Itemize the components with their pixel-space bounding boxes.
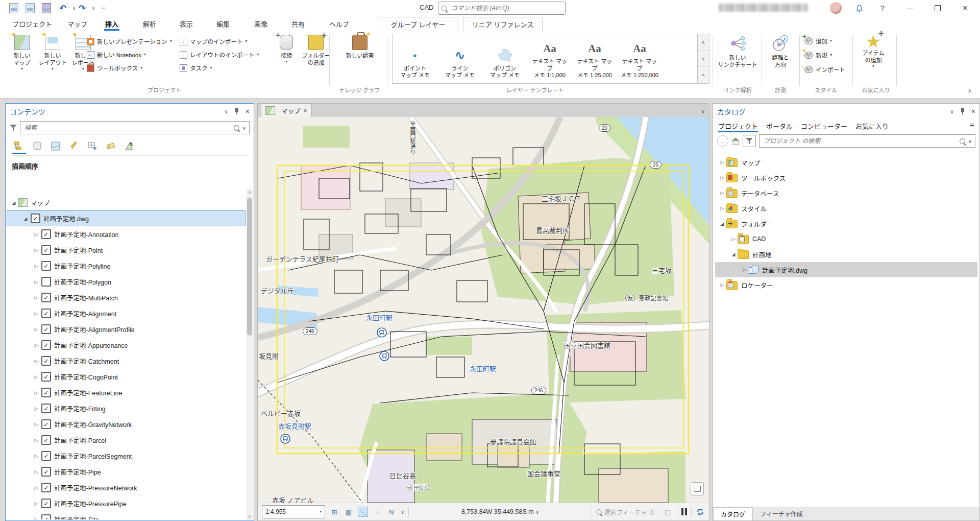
ribbon-small-button[interactable]: マップのインポート ▾ (180, 37, 259, 46)
expander-icon[interactable]: ▷ (32, 327, 40, 332)
distance-direction-button[interactable]: 距離と方向 (765, 33, 796, 84)
catalog-tree-row[interactable]: ▷ ロケーター (715, 277, 977, 293)
layer-visibility-checkbox[interactable]: ✓ (41, 483, 51, 492)
expander-icon[interactable]: ◢ (10, 200, 18, 205)
ribbon-collapse-icon[interactable]: ∧ (968, 88, 971, 93)
catalog-tree-row[interactable]: ▷ データベース (715, 185, 977, 201)
catalog-search-box[interactable]: ∨ (759, 134, 975, 148)
add-item-to-favorites-button[interactable]: ★ アイテムの追加 ▾ (856, 33, 890, 84)
layer-visibility-checkbox[interactable]: ✓ (41, 229, 51, 239)
expander-icon[interactable]: ▷ (32, 406, 40, 411)
expander-icon[interactable]: ▷ (718, 160, 726, 165)
contextual-tab-linear-reference[interactable]: リニア リファレンス (463, 17, 543, 31)
minimize-button[interactable]: — (898, 0, 922, 16)
pane-menu-chevron-icon[interactable]: ∨ (224, 109, 228, 114)
snapping-icon[interactable]: ⋱ (358, 507, 368, 517)
map-overview-button[interactable] (691, 482, 704, 495)
layer-visibility-checkbox[interactable]: ✓ (41, 435, 51, 445)
map-scale-select[interactable]: 1:4,955 ▾ (262, 505, 325, 518)
expander-icon[interactable]: ▷ (32, 454, 40, 459)
layer-tree-row[interactable]: ▷ ✓ 計画予定地-CogoPoint (7, 369, 246, 385)
search-options-chevron-icon[interactable]: ∨ (968, 138, 972, 144)
new-project-icon[interactable] (8, 3, 19, 14)
map-view-tab[interactable]: マップ × (261, 104, 312, 117)
expander-icon[interactable]: ▷ (32, 501, 40, 506)
expander-icon[interactable]: ▷ (32, 248, 40, 253)
expander-icon[interactable]: ▷ (718, 282, 726, 288)
layer-visibility-checkbox[interactable]: ✓ (41, 324, 51, 334)
layer-tree-row[interactable]: ◢ ✓ マップ (7, 195, 246, 210)
north-arrow-chevron-icon[interactable]: ∨ (401, 509, 404, 515)
tab-imagery[interactable] (121, 138, 137, 154)
layer-visibility-checkbox[interactable]: ✓ (41, 277, 51, 287)
expander-icon[interactable]: ▷ (741, 267, 749, 272)
layer-tree-row[interactable]: ▷ ✓ 計画予定地-Polyline (7, 258, 246, 274)
table-icon[interactable]: ▦ (344, 507, 354, 517)
expander-icon[interactable]: ▷ (718, 206, 726, 211)
layer-visibility-checkbox[interactable]: ✓ (41, 356, 51, 366)
tab-map-view[interactable] (47, 138, 64, 154)
layer-tree-row[interactable]: ▷ ✓ 計画予定地-Polygon (7, 274, 246, 290)
scroll-down-icon[interactable]: ∨ (246, 513, 253, 520)
open-project-icon[interactable] (24, 3, 36, 14)
contextual-tab-group-layer[interactable]: グループ レイヤー (378, 17, 458, 31)
quick-access-customize-icon[interactable]: ≂ (98, 3, 109, 14)
gallery-scroll-down-icon[interactable]: ∨ (698, 51, 709, 67)
gallery-item[interactable]: ラインマップ メモ (437, 34, 482, 83)
layer-visibility-checkbox[interactable]: ✓ (31, 214, 40, 223)
undo-button[interactable]: ↶ (57, 3, 68, 14)
spatial-constraint-icon[interactable]: ▢ (663, 507, 673, 517)
new-investigation-button[interactable]: 新しい調査 (341, 33, 379, 84)
layer-visibility-checkbox[interactable]: ✓ (41, 372, 51, 382)
contents-scrollbar[interactable]: ∧ ∨ (246, 188, 253, 520)
layer-tree-row[interactable]: ▷ ✓ 計画予定地-Fitting (7, 400, 246, 416)
coordinate-readout[interactable]: 8,753.84W 35,449.58S m ∨ (413, 508, 587, 515)
catalog-bottom-tab[interactable]: カタログ (713, 507, 753, 520)
layer-tree-row[interactable]: ▷ ✓ 計画予定地-PressureNetwork (7, 480, 246, 495)
layer-tree-row[interactable]: ▷ ✓ 計画予定地-MultiPatch (7, 290, 246, 305)
layer-visibility-checkbox[interactable]: ✓ (41, 404, 51, 413)
ribbon-tab[interactable]: 表示 (175, 16, 198, 31)
layer-tree-row[interactable]: ▷ ✓ 計画予定地-Parcel (7, 432, 246, 448)
layer-tree-row[interactable]: ◢ ✓ 計画予定地.dwg (7, 210, 246, 226)
layer-visibility-checkbox[interactable]: ✓ (41, 499, 51, 508)
layer-visibility-checkbox[interactable]: ✓ (41, 419, 51, 429)
catalog-tree-row[interactable]: ▷ 計画予定地.dwg (715, 262, 977, 277)
ribbon-big-button[interactable]: 新しいマップ ▾ (6, 33, 38, 84)
gallery-item[interactable]: ポリゴンマップ メモ (482, 34, 527, 83)
pane-close-icon[interactable]: × (971, 107, 975, 115)
connection-button[interactable]: 接続▾ (271, 33, 302, 84)
expander-icon[interactable]: ▷ (32, 359, 40, 364)
tab-join-tables[interactable] (84, 138, 101, 154)
ribbon-big-button[interactable]: 新しいレイアウト ▾ (37, 33, 68, 84)
ribbon-tab[interactable]: ヘルプ (324, 16, 354, 31)
scrollbar-thumb[interactable] (247, 198, 252, 336)
pane-menu-chevron-icon[interactable]: ∨ (950, 109, 953, 114)
add-folder-button[interactable]: フォルダーの追加 (300, 33, 332, 84)
close-button[interactable]: × (953, 0, 977, 16)
layer-visibility-checkbox[interactable]: ✓ (41, 309, 51, 318)
expander-icon[interactable]: ▷ (718, 191, 726, 196)
pane-pin-icon[interactable] (960, 108, 965, 114)
ribbon-tab[interactable]: プロジェクト (7, 16, 57, 31)
expander-icon[interactable]: ▷ (32, 374, 40, 380)
redo-button[interactable]: ↷ (77, 3, 88, 14)
pane-close-icon[interactable]: × (246, 107, 250, 115)
back-icon[interactable]: ← (717, 135, 728, 147)
catalog-menu-icon[interactable]: ≡ (970, 121, 974, 130)
gallery-expand-icon[interactable]: ≡ (698, 67, 709, 83)
home-icon[interactable] (731, 137, 740, 145)
tab-labeling[interactable] (103, 138, 119, 154)
expander-icon[interactable]: ▷ (32, 295, 40, 300)
layer-visibility-checkbox[interactable]: ✓ (41, 451, 51, 461)
expander-icon[interactable]: ▷ (32, 343, 40, 348)
redo-dropdown-icon[interactable]: ∨ (88, 3, 99, 14)
contents-search-box[interactable]: ∨ (20, 121, 250, 134)
layer-tree-row[interactable]: ▷ ✓ 計画予定地-Catchment (7, 353, 246, 369)
expander-icon[interactable]: ▷ (729, 236, 738, 242)
catalog-tree-row[interactable]: ▷ マップ (715, 155, 977, 170)
tab-edit[interactable] (66, 138, 82, 154)
ribbon-tab[interactable]: マップ (62, 16, 92, 31)
catalog-tree-row[interactable]: ▷ CAD (715, 231, 977, 247)
catalog-tree-row[interactable]: ▷ ツールボックス (715, 170, 977, 185)
